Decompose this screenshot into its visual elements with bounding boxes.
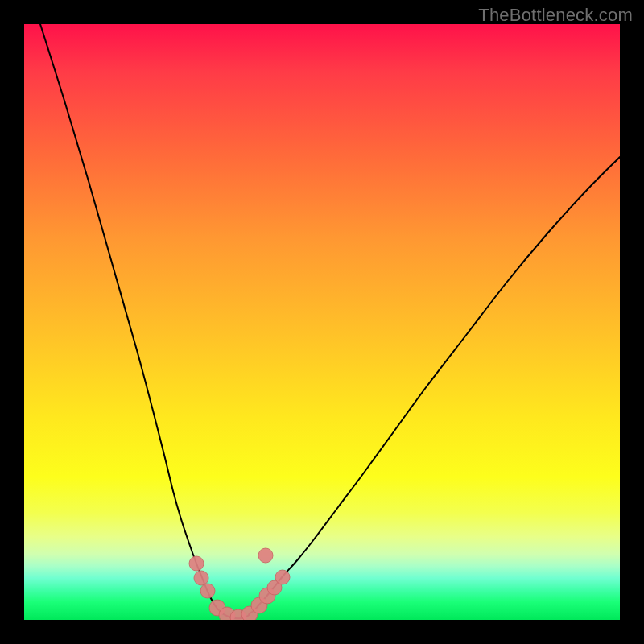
bottleneck-curve [40, 24, 620, 618]
chart-frame: TheBottleneck.com [0, 0, 644, 644]
trough-marker [200, 584, 215, 598]
plot-area [24, 24, 620, 620]
trough-marker [189, 556, 204, 571]
watermark-text: TheBottleneck.com [478, 5, 633, 26]
trough-marker [275, 570, 290, 584]
curve-layer [24, 24, 620, 620]
trough-marker [194, 571, 208, 585]
trough-marker [258, 548, 273, 563]
